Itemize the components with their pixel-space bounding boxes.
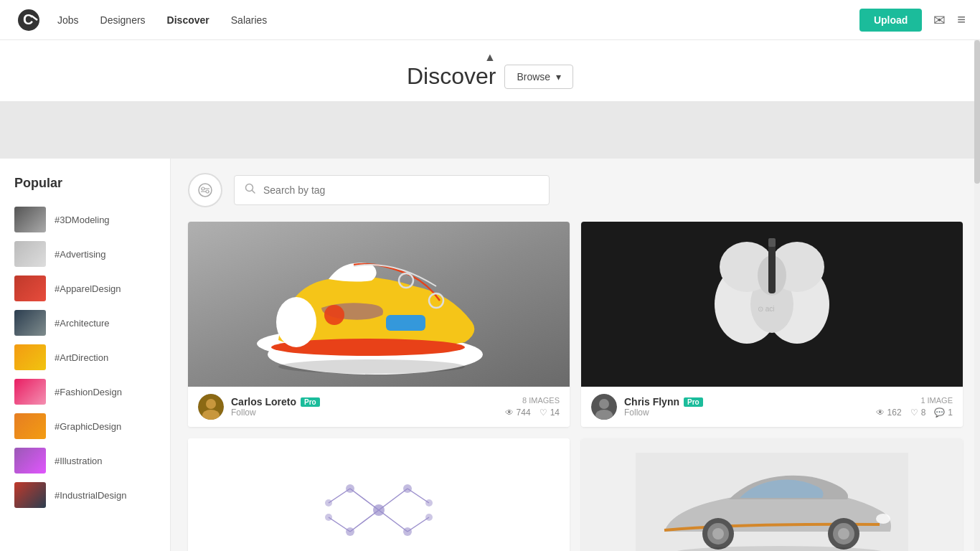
sidebar-tag-architecture: #Architecture — [55, 318, 110, 329]
sidebar-tag-industrial: #IndustrialDesign — [55, 490, 126, 501]
header-right: Upload ✉ ≡ — [859, 9, 966, 32]
follow-chris[interactable]: Follow — [624, 408, 703, 418]
heart-icon-pillow: ♡ — [910, 408, 918, 418]
views-count-pillow: 162 — [887, 408, 902, 418]
views-pillow: 👁 162 — [876, 408, 902, 418]
comments-pillow: 💬 1 — [934, 408, 953, 418]
filter-icon[interactable] — [188, 173, 222, 207]
discover-arrow: ▲ — [0, 52, 980, 63]
views-count-shoe: 744 — [517, 408, 531, 418]
sidebar-item-advertising[interactable]: #Advertising — [14, 237, 156, 271]
sidebar-tag-apparel: #ApparelDesign — [55, 283, 121, 294]
nav-discover[interactable]: Discover — [167, 14, 209, 26]
card-stats-pillow: 1 IMAGE 👁 162 ♡ 8 💬 — [876, 396, 953, 418]
content-area: Carlos Loreto Pro Follow 8 IMAGES 👁 744 — [171, 159, 980, 551]
card-image-pillow[interactable]: ⊙ aci — [581, 222, 963, 387]
svg-point-45 — [373, 504, 385, 516]
pro-badge-chris: Pro — [684, 397, 703, 407]
pro-badge-carlos: Pro — [301, 397, 320, 407]
eye-icon-pillow: 👁 — [876, 408, 885, 418]
sidebar-thumb-apparel — [14, 276, 46, 301]
heart-icon: ♡ — [540, 408, 547, 418]
sidebar-item-fashion[interactable]: #FashionDesign — [14, 375, 156, 409]
svg-point-16 — [324, 305, 344, 325]
svg-point-19 — [276, 297, 316, 347]
svg-point-5 — [206, 190, 209, 193]
svg-point-51 — [425, 499, 433, 507]
svg-point-60 — [838, 528, 849, 540]
svg-text:C: C — [23, 11, 33, 27]
sidebar-item-architecture[interactable]: #Architecture — [14, 306, 156, 340]
sidebar-title: Popular — [14, 176, 156, 191]
menu-icon[interactable]: ≡ — [957, 11, 966, 28]
svg-point-3 — [199, 184, 212, 197]
sidebar-item-graphic[interactable]: #GraphicDesign — [14, 409, 156, 443]
card-image-molecule[interactable] — [188, 438, 570, 551]
mail-icon[interactable]: ✉ — [933, 11, 946, 29]
avatar-chris — [591, 394, 617, 420]
ad-banner — [0, 101, 980, 159]
sidebar-thumb-illustration — [14, 448, 46, 474]
search-icon — [245, 183, 256, 197]
svg-rect-31 — [768, 240, 776, 293]
upload-button[interactable]: Upload — [859, 9, 922, 32]
main-nav: Jobs Designers Discover Salaries — [57, 14, 859, 26]
logo[interactable]: C — [14, 6, 43, 34]
stat-row-shoe: 👁 744 ♡ 14 — [505, 408, 560, 418]
card-car[interactable] — [581, 438, 963, 551]
sidebar-thumb-artdirection — [14, 344, 46, 370]
likes-count-pillow: 8 — [921, 408, 926, 418]
sidebar-thumb-industrial — [14, 482, 46, 508]
sidebar-tag-3dmodeling: #3DModeling — [55, 215, 110, 225]
chevron-down-icon: ▾ — [556, 71, 561, 83]
likes-pillow: ♡ 8 — [910, 408, 926, 418]
images-count-pillow: 1 IMAGE — [920, 396, 953, 405]
comments-count-pillow: 1 — [948, 408, 953, 418]
card-molecule[interactable] — [188, 438, 570, 551]
sidebar-thumb-advertising — [14, 241, 46, 267]
scrollbar-thumb[interactable] — [974, 40, 980, 184]
sidebar-item-artdirection[interactable]: #ArtDirection — [14, 340, 156, 375]
user-name-text: Carlos Loreto — [231, 396, 296, 408]
header: C Jobs Designers Discover Salaries Uploa… — [0, 0, 980, 40]
svg-point-4 — [202, 187, 204, 190]
card-footer-pillow: Chris Flynn Pro Follow 1 IMAGE 👁 162 — [581, 387, 963, 427]
sidebar-thumb-3dmodeling — [14, 207, 46, 232]
stat-row-pillow: 👁 162 ♡ 8 💬 1 — [876, 408, 953, 418]
avatar-carlos — [198, 394, 224, 420]
svg-point-22 — [206, 399, 216, 409]
sidebar-item-3dmodeling[interactable]: #3DModeling — [14, 202, 156, 237]
nav-salaries[interactable]: Salaries — [231, 14, 268, 26]
sidebar-item-illustration[interactable]: #Illustration — [14, 443, 156, 478]
sidebar-tag-illustration: #Illustration — [55, 456, 102, 466]
search-input[interactable] — [263, 184, 539, 196]
svg-point-35 — [599, 399, 609, 409]
browse-label: Browse — [517, 71, 550, 83]
search-bar[interactable] — [234, 175, 550, 205]
follow-carlos[interactable]: Follow — [231, 408, 320, 418]
card-image-shoe[interactable] — [188, 222, 570, 387]
svg-point-47 — [403, 484, 412, 493]
card-user-carlos: Carlos Loreto Pro Follow — [198, 394, 320, 420]
user-name-text-chris: Chris Flynn — [624, 396, 679, 408]
nav-jobs[interactable]: Jobs — [57, 14, 79, 26]
sidebar-item-industrial[interactable]: #IndustrialDesign — [14, 478, 156, 512]
svg-rect-32 — [768, 238, 776, 247]
browse-dropdown[interactable]: Browse ▾ — [504, 65, 573, 89]
card-pillow: ⊙ aci — [581, 222, 963, 427]
svg-point-53 — [425, 514, 433, 521]
likes-shoe: ♡ 14 — [540, 408, 560, 418]
svg-rect-15 — [386, 315, 425, 331]
sidebar-item-apparel[interactable]: #ApparelDesign — [14, 271, 156, 306]
nav-designers[interactable]: Designers — [100, 14, 146, 26]
comment-icon-pillow: 💬 — [934, 408, 945, 418]
svg-point-20 — [278, 359, 465, 374]
cards-grid: Carlos Loreto Pro Follow 8 IMAGES 👁 744 — [188, 222, 963, 551]
user-info-carlos: Carlos Loreto Pro Follow — [231, 396, 320, 418]
scrollbar[interactable] — [974, 0, 980, 551]
sidebar-tag-artdirection: #ArtDirection — [55, 352, 108, 363]
svg-point-57 — [712, 528, 724, 540]
card-stats-shoe: 8 IMAGES 👁 744 ♡ 14 — [505, 396, 560, 418]
svg-point-50 — [325, 499, 332, 507]
card-image-car[interactable] — [581, 438, 963, 551]
